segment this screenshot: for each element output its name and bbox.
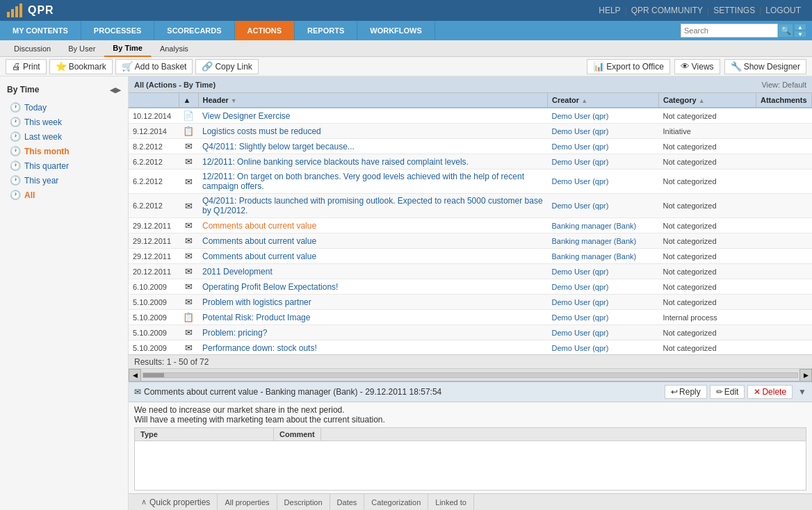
row-icon: ✉ bbox=[179, 295, 198, 310]
hscroll-area[interactable]: ◀ ▶ bbox=[129, 368, 812, 381]
dates-tab[interactable]: Dates bbox=[330, 494, 365, 511]
row-header[interactable]: Comments about current value bbox=[198, 218, 548, 233]
search-up-arrow[interactable]: ▲ bbox=[794, 24, 806, 31]
hscroll-left-btn[interactable]: ◀ bbox=[129, 369, 141, 381]
row-header[interactable]: Problem: pricing? bbox=[198, 325, 548, 340]
table-row[interactable]: 20.12.2011 ✉ 2011 Development Demo User … bbox=[129, 264, 812, 279]
table-row[interactable]: 6.2.2012 ✉ Q4/2011: Products launched wi… bbox=[129, 194, 812, 218]
tab-actions[interactable]: ACTIONS bbox=[235, 21, 295, 40]
row-attachments bbox=[756, 340, 812, 355]
table-row[interactable]: 10.12.2014 📄 View Designer Exercise Demo… bbox=[129, 108, 812, 124]
print-button[interactable]: 🖨 Print bbox=[6, 59, 47, 74]
table-row[interactable]: 29.12.2011 ✉ Comments about current valu… bbox=[129, 249, 812, 264]
export-to-office-button[interactable]: 📊 Export to Office bbox=[587, 59, 669, 74]
th-sort[interactable]: ▲ bbox=[179, 93, 198, 108]
table-row[interactable]: 29.12.2011 ✉ Comments about current valu… bbox=[129, 233, 812, 249]
sidebar-item-this-year[interactable]: 🕐 This year bbox=[0, 173, 128, 188]
sidebar-resize-handle[interactable] bbox=[125, 76, 128, 510]
delete-button[interactable]: ✕ Delete bbox=[747, 385, 793, 399]
subtab-discussion[interactable]: Discussion bbox=[6, 40, 60, 57]
sidebar-collapse-arrows[interactable]: ◀▶ bbox=[110, 86, 121, 94]
detail-more-icon[interactable]: ▼ bbox=[798, 387, 806, 397]
th-category[interactable]: Category ▲ bbox=[659, 93, 756, 108]
row-attachments bbox=[756, 154, 812, 170]
search-button[interactable]: 🔍 bbox=[778, 24, 793, 38]
row-header[interactable]: Comments about current value bbox=[198, 249, 548, 264]
tab-workflows[interactable]: WORKFLOWS bbox=[357, 21, 435, 40]
row-header[interactable]: Potental Risk: Product Image bbox=[198, 310, 548, 325]
subtab-analysis[interactable]: Analysis bbox=[152, 40, 197, 57]
row-header[interactable]: View Designer Exercise bbox=[198, 108, 548, 124]
row-attachments bbox=[756, 295, 812, 310]
row-date: 29.12.2011 bbox=[129, 233, 179, 249]
table-row[interactable]: 9.12.2014 📋 Logistics costs must be redu… bbox=[129, 124, 812, 139]
row-header[interactable]: Problem with logistics partner bbox=[198, 295, 548, 310]
bookmark-button[interactable]: ⭐ Bookmark bbox=[49, 59, 113, 74]
sidebar-item-this-week[interactable]: 🕐 This week bbox=[0, 115, 128, 129]
hscroll-thumb[interactable] bbox=[143, 373, 164, 377]
row-date: 5.10.2009 bbox=[129, 295, 179, 310]
row-category: Internal process bbox=[659, 310, 756, 325]
table-row[interactable]: 8.2.2012 ✉ Q4/2011: Slightly below targe… bbox=[129, 139, 812, 154]
copy-link-button[interactable]: 🔗 Copy Link bbox=[195, 59, 258, 74]
hscroll-track[interactable] bbox=[143, 372, 798, 378]
table-row[interactable]: 5.10.2009 ✉ Problem with logistics partn… bbox=[129, 295, 812, 310]
subtab-by-user[interactable]: By User bbox=[60, 40, 104, 57]
sidebar-item-all[interactable]: 🕐 All bbox=[0, 188, 128, 202]
table-row[interactable]: 6.2.2012 ✉ 12/2011: On target on both br… bbox=[129, 170, 812, 194]
table-wrapper[interactable]: ▲ Header ▼ Creator ▲ Category ▲ Attachme… bbox=[129, 93, 812, 354]
quick-properties-tab[interactable]: ∧ Quick properties bbox=[134, 494, 218, 511]
table-row[interactable]: 5.10.2009 📋 Potental Risk: Product Image… bbox=[129, 310, 812, 325]
edit-button[interactable]: ✏ Edit bbox=[710, 385, 745, 399]
row-header[interactable]: Q4/2011: Products launched with promisin… bbox=[198, 194, 548, 218]
detail-title-bar: ✉ Comments about current value - Banking… bbox=[134, 387, 441, 397]
sidebar-item-this-quarter[interactable]: 🕐 This quarter bbox=[0, 158, 128, 173]
table-row[interactable]: 29.12.2011 ✉ Comments about current valu… bbox=[129, 218, 812, 233]
row-header[interactable]: Logistics costs must be reduced bbox=[198, 124, 548, 139]
show-designer-button[interactable]: 🔧 Show Designer bbox=[724, 59, 806, 74]
row-header[interactable]: 2011 Development bbox=[198, 264, 548, 279]
search-bar-area: 🔍 ▲ ▼ bbox=[681, 21, 812, 40]
table-row[interactable]: 6.10.2009 ✉ Operating Profit Below Expec… bbox=[129, 279, 812, 295]
sidebar-item-last-week[interactable]: 🕐 Last week bbox=[0, 129, 128, 144]
row-header[interactable]: Operating Profit Below Expectations! bbox=[198, 279, 548, 295]
table-row[interactable]: 6.2.2012 ✉ 12/2011: Online banking servi… bbox=[129, 154, 812, 170]
sidebar-item-this-month[interactable]: 🕐 This month bbox=[0, 144, 128, 158]
search-down-arrow[interactable]: ▼ bbox=[794, 31, 806, 38]
th-header[interactable]: Header ▼ bbox=[198, 93, 548, 108]
row-header[interactable]: 12/2011: Online banking service blackout… bbox=[198, 154, 548, 170]
tab-my-contents[interactable]: MY CONTENTS bbox=[0, 21, 81, 40]
row-header[interactable]: 12/2011: On target on both branches. Ver… bbox=[198, 170, 548, 194]
community-link[interactable]: QPR COMMUNITY bbox=[627, 6, 707, 15]
detail-comment-header: Type Comment bbox=[135, 428, 806, 441]
linked-to-tab[interactable]: Linked to bbox=[428, 494, 474, 511]
table-row[interactable]: 5.10.2009 ✉ Performance down: stock outs… bbox=[129, 340, 812, 355]
th-attachments[interactable]: Attachments bbox=[756, 93, 812, 108]
row-header[interactable]: Performance down: stock outs! bbox=[198, 340, 548, 355]
views-button[interactable]: 👁 Views bbox=[674, 59, 720, 74]
tab-processes[interactable]: PROCESSES bbox=[81, 21, 154, 40]
description-tab[interactable]: Description bbox=[277, 494, 330, 511]
subtab-by-time[interactable]: By Time bbox=[104, 40, 152, 57]
quick-properties-toggle[interactable]: ∧ bbox=[141, 497, 147, 507]
row-header[interactable]: Comments about current value bbox=[198, 233, 548, 249]
th-creator[interactable]: Creator ▲ bbox=[548, 93, 659, 108]
th-selector[interactable] bbox=[129, 93, 179, 108]
sidebar-item-today[interactable]: 🕐 Today bbox=[0, 100, 128, 115]
tab-scorecards[interactable]: SCORECARDS bbox=[154, 21, 234, 40]
all-properties-tab[interactable]: All properties bbox=[218, 494, 277, 511]
categorization-tab[interactable]: Categorization bbox=[364, 494, 428, 511]
row-attachments bbox=[756, 233, 812, 249]
settings-link[interactable]: SETTINGS bbox=[709, 6, 759, 15]
logout-link[interactable]: LOGOUT bbox=[761, 6, 805, 15]
table-row[interactable]: 5.10.2009 ✉ Problem: pricing? Demo User … bbox=[129, 325, 812, 340]
hscroll-right-btn[interactable]: ▶ bbox=[799, 369, 812, 381]
add-to-basket-button[interactable]: 🛒 Add to Basket bbox=[115, 59, 193, 74]
tab-reports[interactable]: REPORTS bbox=[295, 21, 357, 40]
row-category: Not categorized bbox=[659, 218, 756, 233]
detail-body: We need to increase our market share in … bbox=[129, 402, 812, 493]
help-link[interactable]: HELP bbox=[594, 6, 624, 15]
row-header[interactable]: Q4/2011: Slightly below target because..… bbox=[198, 139, 548, 154]
reply-button[interactable]: ↩ Reply bbox=[665, 385, 707, 399]
search-input[interactable] bbox=[681, 24, 778, 38]
